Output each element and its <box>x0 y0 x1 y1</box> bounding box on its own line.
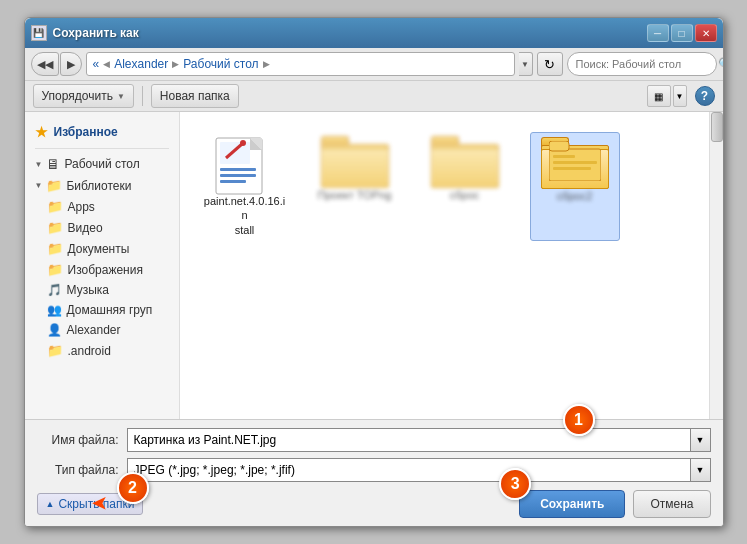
organize-label: Упорядочить <box>42 89 113 103</box>
filetype-dropdown-btn[interactable]: ▼ <box>691 458 711 482</box>
file-grid: paint.net.4.0.16.install Проект TOPng <box>180 112 723 261</box>
save-dialog-window: 💾 Сохранить как ─ □ ✕ ◀◀ ▶ « ◀ Alexander… <box>24 17 724 527</box>
search-icon[interactable]: 🔍 <box>718 57 724 71</box>
user-icon: 👤 <box>47 323 62 337</box>
filename-input[interactable] <box>127 428 691 452</box>
search-bar[interactable]: 🔍 <box>567 52 717 76</box>
file-label-folder2: Проект TOPng <box>318 188 392 202</box>
homegroup-icon: 👥 <box>47 303 62 317</box>
view-button[interactable]: ▦ <box>647 85 671 107</box>
breadcrumb-part1: « <box>93 57 100 71</box>
organize-button[interactable]: Упорядочить ▼ <box>33 84 134 108</box>
sidebar-libraries-label: Библиотеки <box>66 179 131 193</box>
forward-button[interactable]: ▶ <box>60 52 82 76</box>
svg-rect-8 <box>220 180 246 183</box>
sidebar-item-libraries[interactable]: ▼ 📁 Библиотеки <box>25 175 179 196</box>
sidebar-desktop-label: Рабочий стол <box>64 157 139 171</box>
sidebar-item-android[interactable]: 📁 .android <box>25 340 179 361</box>
view-dropdown-button[interactable]: ▼ <box>673 85 687 107</box>
annotation-2: 2 <box>117 472 149 504</box>
installer-thumbnail <box>212 136 277 194</box>
folder-thumbnail-3 <box>431 136 499 188</box>
filename-dropdown-btn[interactable]: ▼ <box>691 428 711 452</box>
breadcrumb-separator1: ◀ <box>103 59 110 69</box>
sidebar-homegroup-label: Домашняя груп <box>67 303 153 317</box>
svg-rect-13 <box>553 167 591 170</box>
music-icon: 🎵 <box>47 283 62 297</box>
title-bar-left: 💾 Сохранить как <box>31 25 139 41</box>
filetype-input[interactable] <box>127 458 691 482</box>
filename-row: Имя файла: ▼ <box>37 428 711 452</box>
sidebar-item-desktop[interactable]: ▼ 🖥 Рабочий стол <box>25 153 179 175</box>
svg-rect-12 <box>553 161 597 164</box>
sidebar-item-alexander[interactable]: 👤 Alexander <box>25 320 179 340</box>
sidebar-item-video[interactable]: 📁 Видео <box>25 217 179 238</box>
window-icon: 💾 <box>31 25 47 41</box>
toolbar-separator <box>142 86 143 106</box>
annotation-3: 3 <box>499 468 531 500</box>
sidebar-item-apps[interactable]: 📁 Apps <box>25 196 179 217</box>
cancel-button[interactable]: Отмена <box>633 490 710 518</box>
sidebar-item-images[interactable]: 📁 Изображения <box>25 259 179 280</box>
folder-thumbnail-2 <box>321 136 389 188</box>
sidebar-item-documents[interactable]: 📁 Документы <box>25 238 179 259</box>
monitor-icon: 🖥 <box>46 156 60 172</box>
breadcrumb-chevron[interactable]: ▼ <box>519 52 533 76</box>
svg-rect-3 <box>220 142 250 164</box>
hide-folders-arrow-icon: ▲ <box>46 499 55 509</box>
sidebar: ★ Избранное ▼ 🖥 Рабочий стол ▼ 📁 Библиот… <box>25 112 180 419</box>
back-button[interactable]: ◀◀ <box>31 52 59 76</box>
new-folder-label: Новая папка <box>160 89 230 103</box>
bottom-area: 1 Имя файла: ▼ Тип файла: ▼ 2 ➤ ▲ Скрыть… <box>25 419 723 526</box>
sidebar-item-music[interactable]: 🎵 Музыка <box>25 280 179 300</box>
title-bar: 💾 Сохранить как ─ □ ✕ <box>25 18 723 48</box>
sidebar-apps-label: Apps <box>68 200 95 214</box>
file-item-folder2[interactable]: Проект TOPng <box>310 132 400 241</box>
breadcrumb-arrow2: ▶ <box>263 59 270 69</box>
breadcrumb-part2: Alexander <box>114 57 168 71</box>
file-item-installer[interactable]: paint.net.4.0.16.install <box>200 132 290 241</box>
sidebar-alexander-label: Alexander <box>67 323 121 337</box>
title-buttons: ─ □ ✕ <box>647 24 717 42</box>
close-button[interactable]: ✕ <box>695 24 717 42</box>
svg-point-5 <box>240 140 246 146</box>
breadcrumb-part3: Рабочий стол <box>183 57 258 71</box>
file-area: paint.net.4.0.16.install Проект TOPng <box>180 112 723 419</box>
breadcrumb-bar[interactable]: « ◀ Alexander ▶ Рабочий стол ▶ <box>86 52 515 76</box>
file-item-folder4[interactable]: сброс2 <box>530 132 620 241</box>
svg-rect-10 <box>549 141 569 151</box>
organize-dropdown-arrow: ▼ <box>117 92 125 101</box>
file-label-folder4: сброс2 <box>557 189 593 203</box>
expand-arrow-libraries: ▼ <box>35 181 43 190</box>
refresh-button[interactable]: ↻ <box>537 52 563 76</box>
file-item-folder3[interactable]: сброс <box>420 132 510 241</box>
action-row: 2 ➤ ▲ Скрыть папки 3 Сохранить Отмена <box>37 490 711 518</box>
sidebar-item-homegroup[interactable]: 👥 Домашняя груп <box>25 300 179 320</box>
favorites-label: Избранное <box>54 125 118 139</box>
file-label-installer: paint.net.4.0.16.install <box>204 194 286 237</box>
breadcrumb-arrow1: ▶ <box>172 59 179 69</box>
images-folder-icon: 📁 <box>47 262 63 277</box>
sidebar-images-label: Изображения <box>68 263 143 277</box>
save-button[interactable]: Сохранить <box>519 490 625 518</box>
address-bar-area: ◀◀ ▶ « ◀ Alexander ▶ Рабочий стол ▶ ▼ ↻ … <box>25 48 723 81</box>
scrollbar-thumb[interactable] <box>711 112 723 142</box>
maximize-button[interactable]: □ <box>671 24 693 42</box>
sidebar-video-label: Видео <box>68 221 103 235</box>
scrollbar-track[interactable] <box>709 112 723 419</box>
help-button[interactable]: ? <box>695 86 715 106</box>
android-folder-icon: 📁 <box>47 343 63 358</box>
star-icon: ★ <box>35 124 48 140</box>
search-input[interactable] <box>576 58 714 70</box>
new-folder-button[interactable]: Новая папка <box>151 84 239 108</box>
apps-folder-icon: 📁 <box>47 199 63 214</box>
minimize-button[interactable]: ─ <box>647 24 669 42</box>
documents-folder-icon: 📁 <box>47 241 63 256</box>
filename-label: Имя файла: <box>37 433 127 447</box>
svg-rect-7 <box>220 174 256 177</box>
video-folder-icon: 📁 <box>47 220 63 235</box>
svg-rect-9 <box>549 149 601 181</box>
filetype-label: Тип файла: <box>37 463 127 477</box>
window-title: Сохранить как <box>53 26 139 40</box>
main-content: ★ Избранное ▼ 🖥 Рабочий стол ▼ 📁 Библиот… <box>25 112 723 419</box>
